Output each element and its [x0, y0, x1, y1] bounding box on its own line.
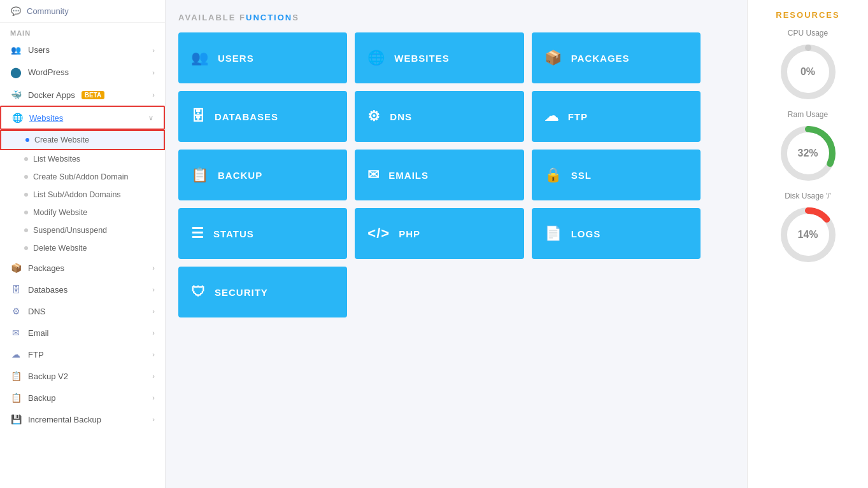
cpu-value: 0%: [800, 66, 815, 78]
resources-panel: RESOURCES CPU Usage 0% Ram Usage 32% Dis…: [747, 0, 868, 488]
packages-icon: 📦: [10, 263, 22, 273]
function-card-label: DNS: [390, 111, 412, 122]
beta-badge: BETA: [82, 91, 104, 99]
wordpress-icon: ⬤: [10, 66, 22, 78]
function-card-label: PHP: [399, 228, 420, 239]
chevron-right-icon: ›: [152, 307, 155, 315]
function-card-label: DATABASES: [215, 111, 278, 122]
databases-icon: 🗄: [10, 284, 22, 295]
dot-icon: [24, 193, 28, 197]
icon-ftp: ☁: [544, 108, 559, 125]
community-icon: [10, 6, 22, 16]
sidebar-item-backup-v2[interactable]: 📋 Backup V2 ›: [0, 365, 165, 387]
function-card-label: PACKAGES: [571, 53, 630, 64]
websites-icon: 🌐: [11, 113, 23, 123]
function-card-label: LOGS: [571, 228, 601, 239]
sidebar-sub-delete-website[interactable]: Delete Website: [0, 239, 165, 257]
sidebar-item-label: Users: [28, 45, 50, 55]
sub-item-label: Create Sub/Addon Domain: [33, 172, 128, 181]
sidebar-item-label: Incremental Backup: [28, 415, 101, 424]
community-label: Community: [27, 6, 69, 16]
icon-packages: 📦: [544, 50, 562, 66]
icon-databases: 🗄: [191, 108, 206, 125]
function-card-php[interactable]: </>PHP: [355, 208, 523, 259]
backup-icon: 📋: [10, 393, 22, 403]
chevron-right-icon: ›: [152, 351, 155, 358]
email-icon: ✉: [10, 328, 22, 338]
icon-users: 👥: [191, 50, 209, 66]
chevron-right-icon: ›: [152, 91, 155, 99]
function-card-security[interactable]: 🛡SECURITY: [178, 267, 347, 317]
sub-item-label: List Sub/Addon Domains: [33, 190, 121, 199]
sidebar-item-incremental-backup[interactable]: 💾 Incremental Backup ›: [0, 408, 165, 430]
function-card-label: USERS: [218, 53, 254, 64]
function-card-label: EMAILS: [388, 170, 429, 181]
ram-label: Ram Usage: [788, 110, 828, 119]
chevron-right-icon: ›: [152, 286, 155, 293]
sidebar-item-users[interactable]: Users ›: [0, 39, 165, 60]
ram-donut: 32%: [776, 122, 840, 185]
function-card-packages[interactable]: 📦PACKAGES: [532, 32, 701, 83]
sidebar-item-docker[interactable]: 🐳 Docker Apps BETA ›: [0, 84, 165, 106]
icon-logs: 📄: [544, 225, 562, 242]
sidebar-sub-create-website[interactable]: Create Website: [0, 130, 165, 150]
chevron-down-icon: ∨: [148, 114, 153, 122]
disk-resource: Disk Usage '/' 14%: [758, 192, 858, 267]
sidebar: Community MAIN Users › ⬤ WordPress › 🐳 D…: [0, 0, 166, 488]
dot-icon: [24, 211, 28, 214]
resources-title: RESOURCES: [776, 10, 839, 20]
function-card-dns[interactable]: ⚙DNS: [355, 91, 523, 142]
chevron-right-icon: ›: [152, 264, 155, 272]
title-highlight: UNCTION: [246, 13, 292, 22]
sidebar-item-label: DNS: [28, 307, 45, 316]
function-card-users[interactable]: 👥USERS: [178, 32, 347, 83]
function-card-ssl[interactable]: 🔒SSL: [532, 150, 701, 200]
function-card-label: BACKUP: [218, 170, 262, 181]
sidebar-item-databases[interactable]: 🗄 Databases ›: [0, 279, 165, 300]
cpu-donut: 0%: [776, 40, 840, 104]
sidebar-item-label: WordPress: [28, 67, 69, 77]
function-card-label: WEBSITES: [394, 53, 449, 64]
sidebar-item-ftp[interactable]: ☁ FTP ›: [0, 344, 165, 365]
sidebar-community[interactable]: Community: [0, 0, 165, 23]
function-card-status[interactable]: ☰STATUS: [178, 208, 347, 259]
sidebar-sub-create-sub-addon[interactable]: Create Sub/Addon Domain: [0, 168, 165, 186]
sub-item-label: Delete Website: [33, 244, 87, 253]
disk-donut: 14%: [776, 203, 840, 267]
section-title: AVAILABLE FUNCTIONS: [178, 13, 734, 22]
sidebar-item-packages[interactable]: 📦 Packages ›: [0, 257, 165, 279]
dns-icon: ⚙: [10, 306, 22, 316]
function-card-databases[interactable]: 🗄DATABASES: [178, 91, 347, 142]
dot-icon: [24, 175, 28, 179]
function-card-label: FTP: [568, 111, 588, 122]
function-card-websites[interactable]: 🌐WEBSITES: [355, 32, 523, 83]
function-card-label: STATUS: [213, 228, 254, 239]
function-card-emails[interactable]: ✉EMAILS: [355, 150, 523, 200]
sidebar-section-main: MAIN: [0, 23, 165, 39]
function-card-label: SSL: [571, 170, 592, 181]
sidebar-item-label: Backup: [28, 393, 55, 403]
sub-item-label: Suspend/Unsuspend: [33, 226, 107, 235]
icon-emails: ✉: [367, 167, 380, 183]
main-content: AVAILABLE FUNCTIONS 👥USERS🌐WEBSITES📦PACK…: [166, 0, 747, 488]
function-card-backup[interactable]: 📋BACKUP: [178, 150, 347, 200]
sidebar-item-label: Docker Apps: [28, 90, 75, 100]
sidebar-sub-modify-website[interactable]: Modify Website: [0, 204, 165, 221]
sidebar-item-dns[interactable]: ⚙ DNS ›: [0, 300, 165, 322]
sidebar-sub-list-websites[interactable]: List Websites: [0, 150, 165, 168]
function-card-ftp[interactable]: ☁FTP: [532, 91, 701, 142]
sub-item-label: Create Website: [34, 136, 89, 144]
ram-value: 32%: [797, 148, 818, 159]
icon-security: 🛡: [191, 284, 206, 300]
sidebar-item-backup[interactable]: 📋 Backup ›: [0, 387, 165, 408]
sidebar-sub-suspend[interactable]: Suspend/Unsuspend: [0, 221, 165, 239]
sidebar-item-wordpress[interactable]: ⬤ WordPress ›: [0, 60, 165, 84]
function-card-logs[interactable]: 📄LOGS: [532, 208, 701, 259]
icon-globe: 🌐: [367, 50, 385, 66]
icon-backup: 📋: [191, 167, 209, 183]
ram-resource: Ram Usage 32%: [758, 110, 858, 185]
sidebar-sub-list-sub-addon[interactable]: List Sub/Addon Domains: [0, 186, 165, 204]
sidebar-item-websites[interactable]: 🌐 Websites ∨: [0, 106, 165, 130]
chevron-right-icon: ›: [152, 372, 155, 380]
sidebar-item-email[interactable]: ✉ Email ›: [0, 322, 165, 344]
